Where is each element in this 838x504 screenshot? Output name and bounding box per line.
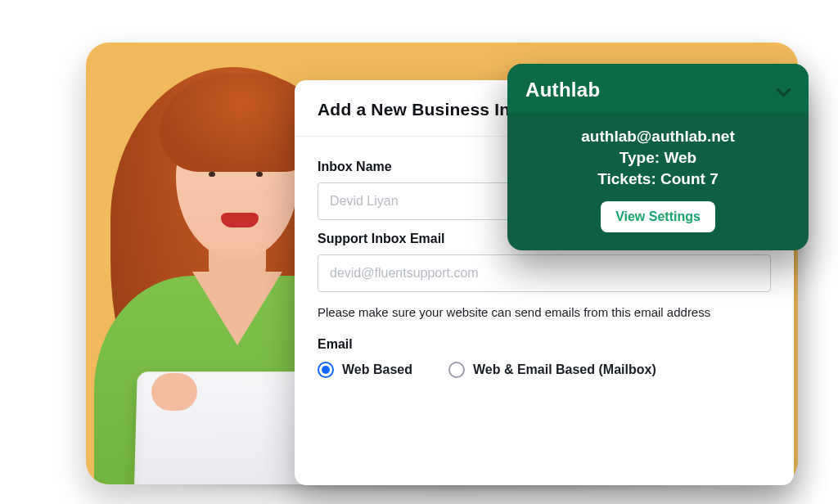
inbox-type-row: Type: Web	[525, 149, 791, 167]
inbox-type-value: Web	[664, 149, 696, 166]
chevron-down-icon	[776, 83, 791, 97]
inbox-tickets-label: Tickets:	[597, 170, 656, 187]
inbox-summary-header[interactable]: Authlab	[507, 64, 809, 113]
inbox-summary-card: Authlab authlab@authlab.net Type: Web Ti…	[507, 64, 809, 250]
inbox-tickets-row: Tickets: Count 7	[525, 170, 791, 188]
radio-dot-icon	[318, 362, 334, 378]
email-type-radio-group: Web Based Web & Email Based (Mailbox)	[318, 362, 771, 378]
support-email-input[interactable]	[318, 254, 771, 292]
inbox-type-label: Type:	[619, 149, 660, 166]
helper-text: Please make sure your website can send e…	[318, 305, 771, 319]
radio-web-based-label: Web Based	[342, 362, 412, 377]
email-section-label: Email	[318, 337, 771, 352]
radio-web-email-based-label: Web & Email Based (Mailbox)	[473, 362, 656, 377]
view-settings-button[interactable]: View Settings	[601, 201, 715, 232]
inbox-email-value: authlab@authlab.net	[525, 128, 791, 146]
inbox-tickets-value: Count 7	[660, 170, 719, 187]
radio-web-based[interactable]: Web Based	[318, 362, 412, 378]
radio-web-email-based[interactable]: Web & Email Based (Mailbox)	[448, 362, 656, 378]
inbox-summary-title: Authlab	[525, 79, 600, 101]
radio-dot-icon	[448, 362, 465, 378]
